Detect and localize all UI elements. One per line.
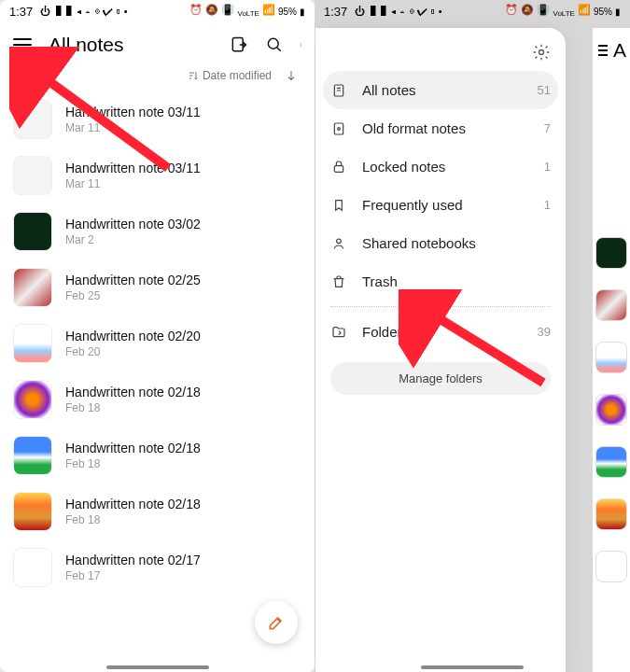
sort-button[interactable]: Date modified: [188, 69, 272, 82]
note-thumbnail-peek: [595, 498, 627, 530]
pdf-import-icon[interactable]: [230, 35, 248, 54]
note-row[interactable]: Handwritten note 03/11 Mar 11: [0, 147, 315, 203]
note-thumbnail: [13, 212, 52, 251]
note-row[interactable]: Handwritten note 02/20 Feb 20: [0, 315, 315, 371]
page-title-peek: A: [613, 39, 626, 62]
drawer-item-shared-notebooks[interactable]: Shared notebooks: [315, 224, 566, 262]
note-title: Handwritten note 02/18: [65, 441, 201, 455]
note-row[interactable]: Handwritten note 02/18 Feb 18: [0, 371, 315, 427]
drawer-label: Frequently used: [362, 197, 529, 213]
note-thumbnail-peek: [595, 237, 627, 269]
note-title: Handwritten note 03/11: [65, 161, 201, 175]
drawer-label: Old format notes: [362, 120, 529, 136]
note-thumbnail: [13, 548, 52, 587]
phone-left: 1:37 ⏻ ❚❚ ◀ ▵ ◎ ✔ ▯ • ⏰ 🔕 📳 VoLTE 📶 95% …: [0, 0, 315, 672]
search-icon[interactable]: [265, 35, 284, 54]
note-thumbnail-peek: [595, 446, 627, 478]
note-thumbnail-peek: [595, 342, 627, 373]
note-row[interactable]: Handwritten note 02/25 Feb 25: [0, 259, 315, 315]
note-thumbnail: [13, 100, 52, 139]
note-thumbnail-peek: [595, 289, 627, 321]
svg-point-9: [338, 127, 341, 130]
statusbar-time: 1:37: [9, 5, 33, 19]
note-date: Feb 20: [65, 345, 201, 358]
statusbar: 1:37 ⏻ ❚❚ ◀ ▵ ◎ ✔ ▯ • ⏰ 🔕 📳 VoLTE 📶 95% …: [0, 0, 315, 22]
note-date: Mar 11: [65, 121, 201, 134]
hamburger-menu-button[interactable]: [13, 38, 32, 51]
manage-folders-button[interactable]: Manage folders: [330, 362, 551, 395]
battery-icon: ▮: [300, 7, 305, 17]
person-icon: [330, 236, 347, 251]
drawer-item-locked-notes[interactable]: Locked notes 1: [315, 147, 566, 186]
folder-icon: [330, 325, 347, 340]
note-row[interactable]: Handwritten note 03/11 Mar 11: [0, 91, 315, 147]
note-title: Handwritten note 02/25: [65, 273, 201, 287]
drawer-label: Folders: [362, 324, 523, 340]
note-list: Handwritten note 03/11 Mar 11 Handwritte…: [0, 90, 315, 595]
note-title: Handwritten note 02/18: [65, 385, 201, 399]
note-title: Handwritten note 02/17: [65, 553, 201, 567]
note-row[interactable]: Handwritten note 02/18 Feb 18: [0, 483, 315, 539]
note-thumbnail: [13, 492, 52, 531]
svg-point-2: [301, 43, 301, 44]
drawer-divider: [330, 306, 551, 307]
note-date: Mar 11: [65, 177, 201, 190]
drawer-item-all-notes[interactable]: All notes 51: [323, 71, 558, 109]
note-thumbnail: [13, 324, 52, 363]
note-date: Feb 18: [65, 401, 201, 414]
svg-point-4: [301, 46, 301, 47]
note-date: Mar 2: [65, 233, 201, 246]
drawer-item-frequently-used[interactable]: Frequently used 1: [315, 186, 566, 224]
note-date: Feb 17: [65, 569, 201, 582]
hamburger-menu-button[interactable]: [598, 45, 608, 56]
drawer-item-folders[interactable]: Folders 39: [315, 313, 566, 351]
note-thumbnail-peek: [595, 394, 627, 426]
note-date: Feb 18: [65, 457, 201, 470]
drawer-count: 51: [538, 83, 551, 97]
svg-point-1: [268, 38, 278, 49]
note-title: Handwritten note 03/02: [65, 217, 201, 231]
page-title: All notes: [49, 34, 213, 56]
topbar: All notes: [0, 22, 315, 65]
note-row[interactable]: Handwritten note 02/17 Feb 17: [0, 539, 315, 595]
note-thumbnail: [13, 268, 52, 307]
phone-right: 1:37 ⏻ ❚❚ ◀ ▵ ◎ ✔ ▯ • ⏰ 🔕 📳 VoLTE 📶 95% …: [315, 0, 630, 672]
new-note-fab[interactable]: [255, 601, 298, 644]
drawer-count: 7: [544, 121, 551, 135]
sort-icon: [188, 70, 199, 81]
statusbar-right-icons: ⏰ 🔕 📳 VoLTE 📶: [189, 4, 275, 18]
note-row[interactable]: Handwritten note 02/18 Feb 18: [0, 427, 315, 483]
drawer-label: All notes: [362, 82, 523, 98]
drawer-count: 1: [544, 160, 551, 174]
svg-point-3: [301, 45, 301, 46]
sort-direction-icon[interactable]: [285, 69, 298, 82]
svg-point-11: [337, 239, 342, 244]
sort-bar: Date modified: [0, 65, 315, 90]
drawer-count: 39: [538, 325, 551, 339]
note-title: Handwritten note 02/20: [65, 329, 201, 343]
oldnote-icon: [330, 121, 347, 136]
note-thumbnail: [13, 380, 52, 419]
note-thumbnail: [13, 436, 52, 475]
drawer-label: Shared notebooks: [362, 235, 536, 251]
bookmark-icon: [330, 198, 347, 213]
more-icon[interactable]: [301, 35, 305, 54]
svg-rect-10: [334, 165, 343, 172]
settings-icon[interactable]: [532, 43, 551, 62]
drawer-label: Locked notes: [362, 159, 529, 175]
svg-point-6: [539, 50, 544, 55]
note-thumbnail: [13, 156, 52, 195]
drawer-label: Trash: [362, 273, 536, 289]
note-title: Handwritten note 03/11: [65, 105, 201, 119]
home-indicator[interactable]: [421, 665, 524, 669]
drawer-item-old-format-notes[interactable]: Old format notes 7: [315, 109, 566, 147]
home-indicator[interactable]: [106, 665, 209, 669]
nav-drawer: All notes 51 Old format notes 7 Locked n…: [315, 28, 566, 672]
drawer-item-trash[interactable]: Trash: [315, 262, 566, 301]
note-date: Feb 25: [65, 289, 201, 302]
statusbar-left-icons: ⏻ ❚❚ ◀ ▵ ◎ ✔ ▯ •: [40, 6, 127, 17]
note-row[interactable]: Handwritten note 03/02 Mar 2: [0, 203, 315, 259]
edit-icon: [267, 613, 286, 632]
note-icon: [330, 83, 347, 98]
trash-icon: [330, 274, 347, 289]
